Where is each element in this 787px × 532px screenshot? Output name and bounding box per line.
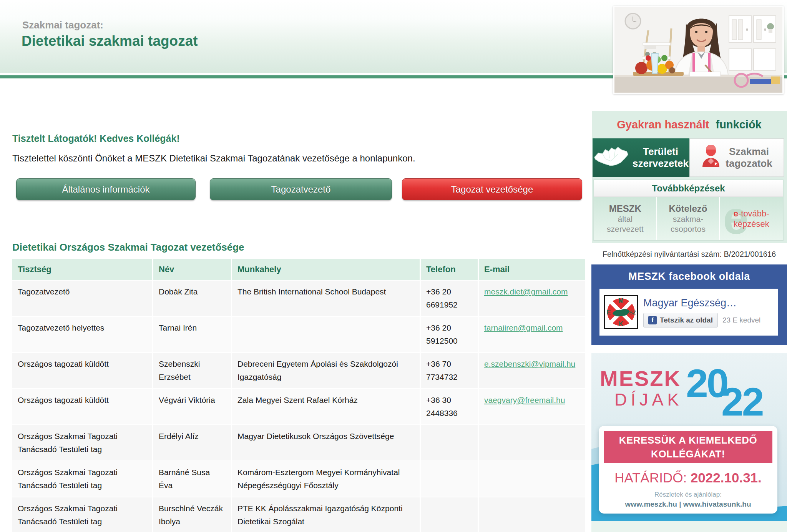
action-buttons: Általános információk Tagozatvezető Tago… xyxy=(16,178,585,200)
section-leadership-button[interactable]: Tagozat vezetősége xyxy=(402,178,582,200)
training-meszk-organized[interactable]: MESZK által szervezett xyxy=(594,197,657,240)
facebook-page-link[interactable]: Magyar Egészség… xyxy=(643,297,760,309)
facebook-panel-title: MESZK facebook oldala xyxy=(591,271,787,283)
cell-nev: Burschlné Veczák Ibolya xyxy=(153,497,232,532)
elearning-label: e-tovább-képzések xyxy=(722,208,780,229)
facebook-panel: MESZK facebook oldala M E SZ K xyxy=(591,264,787,345)
meszk-awards-banner[interactable]: MESZK DÍJAK 20 22 KERESSÜK A KIEMELKEDŐ … xyxy=(591,353,787,521)
table-row: Országos tagozati küldöttVégvári Viktóri… xyxy=(12,389,585,424)
svg-text:E: E xyxy=(607,309,611,316)
cell-nev: Szebenszki Erzsébet xyxy=(153,353,232,388)
general-info-button[interactable]: Általános információk xyxy=(16,178,196,200)
banner-year: 20 22 xyxy=(686,361,778,422)
cell-munkahely xyxy=(232,317,421,352)
email-link[interactable]: e.szebenszki@vipmail.hu xyxy=(484,359,575,368)
intro-text: Tisztelettel köszönti Önöket a MESZK Die… xyxy=(12,153,415,164)
dietitian-photo xyxy=(613,6,784,94)
banner-details-label: Részletek és ajánlólap: xyxy=(599,491,777,499)
table-row: Országos Szakmai Tagozati Tanácsadó Test… xyxy=(12,425,585,461)
table-row: Országos Szakmai Tagozati Tanácsadó Test… xyxy=(12,497,585,532)
facebook-widget-content: Magyar Egészség… f Tetszik az oldal 23 E… xyxy=(643,297,760,328)
cell-telefon xyxy=(421,497,479,532)
professional-sections-label: Szakmai tagozatok xyxy=(726,146,772,170)
col-header-munkahely: Munkahely xyxy=(232,259,421,280)
table-row: Országos Szakmai Tagozati Tanácsadó Test… xyxy=(12,461,585,497)
cell-tisztseg: Országos tagozati küldött xyxy=(12,389,153,424)
hungary-map-icon xyxy=(593,146,629,170)
trainings-title: Továbbképzések xyxy=(594,180,783,197)
meszk-logo: M E SZ K xyxy=(604,295,638,329)
sidebar-buttons: Területi szervezetek Szakmai tagozatok xyxy=(593,138,784,177)
cell-munkahely: Komárom-Esztergom Megyei Kormányhivatal … xyxy=(232,461,421,497)
banner-card: KERESSÜK A KIEMELKEDŐ KOLLÉGÁKAT! HATÁRI… xyxy=(599,426,777,514)
regional-organizations-label: Területi szervezetek xyxy=(633,146,689,170)
cell-telefon: +36 30 2448336 xyxy=(421,389,479,424)
frequent-functions-title: Gyakran használt funkciók xyxy=(591,118,787,131)
col-header-email: E-mail xyxy=(479,259,585,280)
cell-email: tarnaiiren@gmail.com xyxy=(479,317,585,352)
header-kicker: Szakmai tagozat: xyxy=(22,19,103,31)
trainings-box: Továbbképzések MESZK által szervezett Kö… xyxy=(593,180,784,241)
cell-munkahely: PTE KK Ápolásszakmai Igazgatóság Központ… xyxy=(232,497,421,532)
cell-email: meszk.diet@gmail.com xyxy=(479,281,585,316)
cell-nev: Végvári Viktória xyxy=(153,389,232,424)
cell-email xyxy=(479,497,585,532)
greeting-heading: Tisztelt Látogatók! Kedves Kollégák! xyxy=(12,133,180,144)
banner-brand-sub: DÍJAK xyxy=(614,390,683,410)
cell-email: vaegvary@freemail.hu xyxy=(479,389,585,424)
cell-tisztseg: Országos Szakmai Tagozati Tanácsadó Test… xyxy=(12,497,153,532)
cell-telefon: +36 20 5912500 xyxy=(421,317,479,352)
table-row: TagozatvezetőDobák ZitaThe British Inter… xyxy=(12,281,585,316)
cell-tisztseg: Országos tagozati küldött xyxy=(12,353,153,388)
svg-text:M: M xyxy=(618,298,623,304)
cell-munkahely: Magyar Dietetikusok Országos Szövettsége xyxy=(232,425,421,461)
email-link[interactable]: meszk.diet@gmail.com xyxy=(484,287,568,296)
banner-links: www.meszk.hu | www.hivatasunk.hu xyxy=(599,500,777,509)
adult-education-reg-number: Felnőttképzési nyilvántartási szám: B/20… xyxy=(591,250,787,259)
professional-sections-button[interactable]: Szakmai tagozatok xyxy=(689,138,784,177)
cell-nev: Erdélyi Alíz xyxy=(153,425,232,461)
cell-email xyxy=(479,425,585,461)
col-header-telefon: Telefon xyxy=(421,259,479,280)
dietitian-photo-art xyxy=(614,7,782,93)
email-link[interactable]: tarnaiiren@gmail.com xyxy=(484,323,563,332)
page-title: Dietetikai szakmai tagozat xyxy=(22,33,198,49)
cell-tisztseg: Tagozatvezető helyettes xyxy=(12,317,153,352)
table-header-row: Tisztség Név Munkahely Telefon E-mail xyxy=(12,259,585,280)
banner-headline: KERESSÜK A KIEMELKEDŐ KOLLÉGÁKAT! xyxy=(604,431,772,463)
table-row: Országos tagozati küldöttSzebenszki Erzs… xyxy=(12,353,585,388)
cell-nev: Tarnai Irén xyxy=(153,317,232,352)
nurse-icon xyxy=(701,145,721,170)
cell-munkahely: Debreceni Egyetem Ápolási és Szakdolgozó… xyxy=(232,353,421,388)
banner-brand: MESZK xyxy=(600,366,681,391)
cell-telefon xyxy=(421,425,479,461)
cell-munkahely: The British International School Budapes… xyxy=(232,281,421,316)
svg-text:K: K xyxy=(619,321,623,327)
facebook-like-count: 23 E kedvel xyxy=(722,316,760,324)
cell-tisztseg: Tagozatvezető xyxy=(12,281,153,316)
facebook-widget: M E SZ K Magyar Egészség… f Tetszik az o… xyxy=(599,289,778,336)
regional-organizations-button[interactable]: Területi szervezetek xyxy=(593,138,689,177)
section-leader-button[interactable]: Tagozatvezető xyxy=(210,178,392,200)
svg-text:SZ: SZ xyxy=(629,309,636,316)
sidebar-footer-strip xyxy=(591,521,787,532)
cell-nev: Dobák Zita xyxy=(153,281,232,316)
frequent-title-red: Gyakran használt xyxy=(617,118,709,131)
col-header-tisztseg: Tisztség xyxy=(12,259,153,280)
training-elearning[interactable]: e e-tovább-képzések xyxy=(720,197,783,240)
frequent-title-green: funkciók xyxy=(716,118,761,131)
facebook-f-icon: f xyxy=(648,316,657,324)
cell-nev: Barnáné Susa Éva xyxy=(153,461,232,497)
facebook-like-button[interactable]: f Tetszik az oldal xyxy=(643,313,718,328)
email-link[interactable]: vaegvary@freemail.hu xyxy=(484,396,565,404)
cell-telefon: +36 70 7734732 xyxy=(421,353,479,388)
banner-deadline: HATÁRIDŐ: 2022.10.31. xyxy=(599,470,777,485)
training-mandatory-group[interactable]: Kötelező szakma-csoportos xyxy=(657,197,720,240)
col-header-nev: Név xyxy=(153,259,232,280)
trainings-items: MESZK által szervezett Kötelező szakma-c… xyxy=(594,197,783,240)
cell-telefon xyxy=(421,461,479,497)
table-title: Dietetikai Országos Szakmai Tagozat veze… xyxy=(12,241,244,253)
cell-munkahely: Zala Megyei Szent Rafael Kórház xyxy=(232,389,421,424)
cell-email xyxy=(479,461,585,497)
table-body: TagozatvezetőDobák ZitaThe British Inter… xyxy=(12,281,585,532)
